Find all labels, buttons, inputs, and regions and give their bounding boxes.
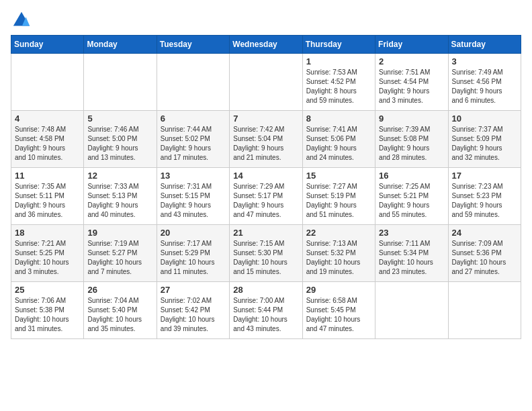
day-number: 24 [452, 228, 517, 238]
calendar-cell: 26Sunrise: 7:04 AM Sunset: 5:40 PM Dayli… [84, 282, 157, 339]
day-number: 15 [306, 171, 371, 181]
calendar-cell: 18Sunrise: 7:21 AM Sunset: 5:25 PM Dayli… [11, 225, 84, 282]
calendar-cell: 29Sunrise: 6:58 AM Sunset: 5:45 PM Dayli… [302, 282, 375, 339]
day-number: 10 [452, 113, 517, 124]
day-info: Sunrise: 7:35 AM Sunset: 5:11 PM Dayligh… [15, 182, 80, 220]
day-number: 9 [379, 113, 444, 124]
day-number: 6 [161, 113, 226, 124]
calendar-cell: 13Sunrise: 7:31 AM Sunset: 5:15 PM Dayli… [157, 168, 229, 225]
day-info: Sunrise: 7:53 AM Sunset: 4:52 PM Dayligh… [306, 68, 371, 105]
day-number: 1 [306, 56, 371, 66]
day-info: Sunrise: 7:04 AM Sunset: 5:40 PM Dayligh… [87, 296, 152, 334]
day-header-wednesday: Wednesday [230, 36, 302, 54]
calendar-cell: 9Sunrise: 7:39 AM Sunset: 5:08 PM Daylig… [375, 111, 448, 168]
day-number: 17 [452, 171, 517, 181]
calendar-cell: 28Sunrise: 7:00 AM Sunset: 5:44 PM Dayli… [230, 282, 302, 339]
day-info: Sunrise: 7:21 AM Sunset: 5:25 PM Dayligh… [15, 239, 80, 277]
calendar-cell: 11Sunrise: 7:35 AM Sunset: 5:11 PM Dayli… [11, 168, 84, 225]
calendar-cell: 24Sunrise: 7:09 AM Sunset: 5:36 PM Dayli… [448, 225, 521, 282]
header [11, 11, 521, 27]
day-number: 20 [161, 228, 226, 238]
day-number: 5 [87, 113, 152, 124]
day-info: Sunrise: 7:29 AM Sunset: 5:17 PM Dayligh… [233, 182, 298, 220]
day-number: 13 [161, 171, 226, 181]
day-info: Sunrise: 7:49 AM Sunset: 4:56 PM Dayligh… [452, 68, 517, 105]
day-number: 27 [161, 285, 226, 295]
day-header-saturday: Saturday [448, 36, 521, 54]
day-header-thursday: Thursday [302, 36, 375, 54]
day-number: 26 [87, 285, 152, 295]
day-number: 2 [379, 56, 444, 66]
calendar-cell: 25Sunrise: 7:06 AM Sunset: 5:38 PM Dayli… [11, 282, 84, 339]
calendar-cell [157, 54, 229, 111]
logo [11, 11, 31, 27]
day-number: 18 [15, 228, 80, 238]
calendar-cell: 3Sunrise: 7:49 AM Sunset: 4:56 PM Daylig… [448, 54, 521, 111]
day-number: 12 [87, 171, 152, 181]
day-number: 7 [233, 113, 298, 124]
calendar-cell [11, 54, 84, 111]
day-header-friday: Friday [375, 36, 448, 54]
calendar-cell: 22Sunrise: 7:13 AM Sunset: 5:32 PM Dayli… [302, 225, 375, 282]
calendar-cell: 15Sunrise: 7:27 AM Sunset: 5:19 PM Dayli… [302, 168, 375, 225]
calendar-cell: 8Sunrise: 7:41 AM Sunset: 5:06 PM Daylig… [302, 111, 375, 168]
day-number: 21 [233, 228, 298, 238]
day-info: Sunrise: 7:13 AM Sunset: 5:32 PM Dayligh… [306, 239, 371, 277]
day-info: Sunrise: 7:42 AM Sunset: 5:04 PM Dayligh… [233, 125, 298, 163]
calendar-cell: 20Sunrise: 7:17 AM Sunset: 5:29 PM Dayli… [157, 225, 229, 282]
day-info: Sunrise: 7:23 AM Sunset: 5:23 PM Dayligh… [452, 182, 517, 220]
day-number: 3 [452, 56, 517, 66]
calendar-cell: 21Sunrise: 7:15 AM Sunset: 5:30 PM Dayli… [230, 225, 302, 282]
calendar-cell [448, 282, 521, 339]
day-info: Sunrise: 7:15 AM Sunset: 5:30 PM Dayligh… [233, 239, 298, 277]
day-number: 29 [306, 285, 371, 295]
calendar-cell: 5Sunrise: 7:46 AM Sunset: 5:00 PM Daylig… [84, 111, 157, 168]
day-info: Sunrise: 7:41 AM Sunset: 5:06 PM Dayligh… [306, 125, 371, 163]
calendar-cell [230, 54, 302, 111]
day-number: 19 [87, 228, 152, 238]
calendar-cell [84, 54, 157, 111]
day-info: Sunrise: 7:46 AM Sunset: 5:00 PM Dayligh… [87, 125, 152, 163]
day-number: 4 [15, 113, 80, 124]
day-info: Sunrise: 7:51 AM Sunset: 4:54 PM Dayligh… [379, 68, 444, 105]
day-info: Sunrise: 7:44 AM Sunset: 5:02 PM Dayligh… [161, 125, 226, 163]
day-header-tuesday: Tuesday [157, 36, 229, 54]
day-number: 28 [233, 285, 298, 295]
day-info: Sunrise: 7:00 AM Sunset: 5:44 PM Dayligh… [233, 296, 298, 334]
day-info: Sunrise: 7:31 AM Sunset: 5:15 PM Dayligh… [161, 182, 226, 220]
day-info: Sunrise: 7:27 AM Sunset: 5:19 PM Dayligh… [306, 182, 371, 220]
calendar-cell: 1Sunrise: 7:53 AM Sunset: 4:52 PM Daylig… [302, 54, 375, 111]
calendar-cell: 10Sunrise: 7:37 AM Sunset: 5:09 PM Dayli… [448, 111, 521, 168]
calendar-cell: 19Sunrise: 7:19 AM Sunset: 5:27 PM Dayli… [84, 225, 157, 282]
day-number: 22 [306, 228, 371, 238]
day-header-sunday: Sunday [11, 36, 84, 54]
day-info: Sunrise: 7:06 AM Sunset: 5:38 PM Dayligh… [15, 296, 80, 334]
calendar-cell: 14Sunrise: 7:29 AM Sunset: 5:17 PM Dayli… [230, 168, 302, 225]
day-info: Sunrise: 7:11 AM Sunset: 5:34 PM Dayligh… [379, 239, 444, 277]
day-info: Sunrise: 7:39 AM Sunset: 5:08 PM Dayligh… [379, 125, 444, 163]
day-info: Sunrise: 7:17 AM Sunset: 5:29 PM Dayligh… [161, 239, 226, 277]
calendar-cell: 12Sunrise: 7:33 AM Sunset: 5:13 PM Dayli… [84, 168, 157, 225]
calendar-cell: 6Sunrise: 7:44 AM Sunset: 5:02 PM Daylig… [157, 111, 229, 168]
day-header-monday: Monday [84, 36, 157, 54]
calendar-cell: 27Sunrise: 7:02 AM Sunset: 5:42 PM Dayli… [157, 282, 229, 339]
calendar-cell: 2Sunrise: 7:51 AM Sunset: 4:54 PM Daylig… [375, 54, 448, 111]
day-info: Sunrise: 7:19 AM Sunset: 5:27 PM Dayligh… [87, 239, 152, 277]
day-number: 14 [233, 171, 298, 181]
day-info: Sunrise: 7:09 AM Sunset: 5:36 PM Dayligh… [452, 239, 517, 277]
day-number: 25 [15, 285, 80, 295]
calendar-cell: 7Sunrise: 7:42 AM Sunset: 5:04 PM Daylig… [230, 111, 302, 168]
calendar-cell [375, 282, 448, 339]
day-number: 23 [379, 228, 444, 238]
calendar-table: SundayMondayTuesdayWednesdayThursdayFrid… [11, 35, 521, 339]
day-info: Sunrise: 7:37 AM Sunset: 5:09 PM Dayligh… [452, 125, 517, 163]
calendar-cell: 23Sunrise: 7:11 AM Sunset: 5:34 PM Dayli… [375, 225, 448, 282]
day-info: Sunrise: 7:02 AM Sunset: 5:42 PM Dayligh… [161, 296, 226, 334]
calendar-cell: 4Sunrise: 7:48 AM Sunset: 4:58 PM Daylig… [11, 111, 84, 168]
day-number: 16 [379, 171, 444, 181]
day-info: Sunrise: 7:33 AM Sunset: 5:13 PM Dayligh… [87, 182, 152, 220]
day-info: Sunrise: 6:58 AM Sunset: 5:45 PM Dayligh… [306, 296, 371, 334]
day-info: Sunrise: 7:48 AM Sunset: 4:58 PM Dayligh… [15, 125, 80, 163]
calendar-cell: 16Sunrise: 7:25 AM Sunset: 5:21 PM Dayli… [375, 168, 448, 225]
day-number: 11 [15, 171, 80, 181]
